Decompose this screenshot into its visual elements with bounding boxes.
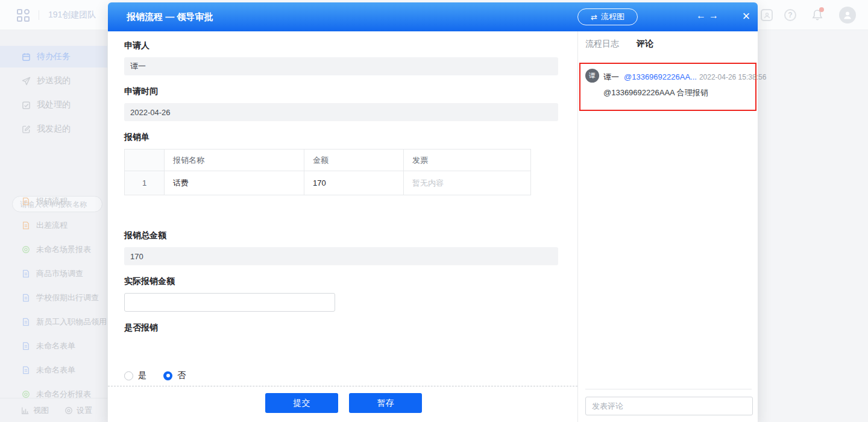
file-icon	[22, 366, 30, 374]
actual-amount-input[interactable]	[124, 293, 335, 312]
dialog-header: 报销流程 — 领导审批 ⇄ 流程图 ← → ×	[108, 2, 758, 31]
sidebar-form-item[interactable]: 新员工入职物品领用	[0, 310, 107, 334]
bill-col-name: 报销名称	[165, 150, 304, 171]
team-name: 191创建团队	[48, 10, 96, 20]
bar-chart-icon	[21, 406, 30, 415]
bill-cell-invoice: 暂无内容	[404, 171, 531, 195]
file-icon	[22, 294, 30, 302]
bill-table-label: 报销单	[124, 132, 149, 143]
radio-unchecked-icon	[124, 371, 133, 380]
prev-task-arrow-icon[interactable]: ←	[696, 10, 706, 21]
flowchart-button[interactable]: ⇄ 流程图	[577, 8, 638, 25]
sidebar-item-label: 未命名表单	[36, 365, 75, 376]
sidebar-item-cc[interactable]: 抄送我的	[0, 70, 107, 92]
settings-label: 设置	[77, 405, 92, 416]
reimburse-radio-group: 是 否	[124, 370, 186, 381]
comment-meta-row: 谭一 @13369692226AA... 2022-04-26 15:38:56	[603, 72, 754, 83]
bill-table-header-row: 报销名称 金额 发票	[125, 150, 531, 171]
sidebar-item-label: 我处理的	[37, 99, 71, 110]
help-icon[interactable]: ?	[784, 9, 796, 21]
apply-date-field: 2022-04-26	[124, 103, 558, 121]
bill-cell-index: 1	[125, 171, 165, 195]
sidebar-form-item[interactable]: 出差流程	[0, 213, 107, 238]
sidebar-item-todo[interactable]: 待办任务	[0, 46, 107, 68]
sidebar-form-item[interactable]: 未命名表单	[0, 358, 107, 382]
total-amount-field: 170	[124, 247, 558, 265]
sidebar-item-label: 未命名表单	[36, 341, 75, 351]
sidebar-footer: 视图 设置	[0, 398, 107, 422]
view-switcher[interactable]: 视图	[21, 405, 49, 416]
target-icon	[22, 245, 30, 254]
user-avatar[interactable]	[839, 7, 856, 24]
file-icon	[22, 269, 30, 278]
radio-no-label: 否	[177, 370, 186, 381]
footer-dashed-divider	[108, 386, 577, 386]
bill-col-amount: 金额	[304, 150, 404, 171]
contacts-icon[interactable]	[761, 9, 773, 21]
actual-amount-label: 实际报销金额	[124, 276, 175, 287]
comment-panel: 流程日志 评论 谭 谭一 @13369692226AA... 2022-04-2…	[577, 31, 758, 422]
bill-table: 报销名称 金额 发票 1 话费 170 暂无内容	[124, 149, 531, 195]
bill-col-invoice: 发票	[404, 150, 531, 171]
paper-plane-icon	[22, 77, 31, 86]
file-icon	[22, 342, 30, 350]
radio-option-yes[interactable]: 是	[124, 370, 146, 381]
sidebar-form-item[interactable]: 报销流程	[0, 189, 107, 213]
comment-author: 谭一	[603, 72, 619, 83]
sidebar-report-item[interactable]: 未命名场景报表	[0, 238, 107, 262]
comment-input[interactable]	[585, 397, 753, 415]
sidebar-item-label: 报销流程	[36, 196, 68, 207]
bill-table-row: 1 话费 170 暂无内容	[125, 171, 531, 195]
gear-icon	[64, 406, 73, 415]
header-divider	[39, 10, 39, 20]
sidebar: 待办任务 抄送我的 我处理的 我发起的 报销流程 出差流程 未命名场景报表 商品…	[0, 30, 107, 422]
app-grid-logo-icon[interactable]	[17, 9, 30, 22]
help-glyph: ?	[788, 11, 792, 19]
flowchart-button-label: 流程图	[601, 11, 624, 22]
comment-timestamp: 2022-04-26 15:38:56	[699, 73, 766, 81]
sidebar-form-item[interactable]: 商品市场调查	[0, 262, 107, 286]
edit-icon	[22, 125, 31, 134]
radio-yes-label: 是	[138, 370, 146, 381]
view-label: 视图	[33, 405, 49, 416]
sidebar-item-processed[interactable]: 我处理的	[0, 94, 107, 116]
applicant-label: 申请人	[124, 40, 149, 51]
sidebar-item-label: 学校假期出行调查	[36, 292, 99, 303]
sidebar-item-label: 商品市场调查	[36, 268, 83, 279]
sidebar-item-label: 待办任务	[37, 51, 71, 62]
target-icon	[22, 390, 30, 398]
bill-col-index	[125, 150, 165, 171]
apply-date-label: 申请时间	[124, 86, 158, 97]
next-task-arrow-icon[interactable]: →	[709, 10, 719, 21]
sidebar-item-label: 我发起的	[37, 124, 71, 134]
sidebar-form-item[interactable]: 未命名表单	[0, 334, 107, 358]
highlight-red-box	[579, 63, 756, 111]
bill-cell-name: 话费	[165, 171, 304, 195]
dialog-title: 报销流程 — 领导审批	[127, 11, 213, 23]
total-amount-label: 报销总金额	[124, 230, 166, 241]
flow-icon: ⇄	[591, 13, 597, 22]
comment-mention-link[interactable]: @13369692226AA...	[624, 72, 697, 81]
approval-dialog: 报销流程 — 领导审批 ⇄ 流程图 ← → × 申请人 谭一 申请时间 2022…	[108, 2, 758, 422]
radio-checked-icon	[163, 371, 172, 380]
comment-body: @13369692226AAA 合理报销	[603, 87, 708, 98]
sidebar-form-item[interactable]: 学校假期出行调查	[0, 286, 107, 310]
close-icon[interactable]: ×	[737, 7, 755, 25]
tab-process-log[interactable]: 流程日志	[585, 39, 619, 49]
sidebar-item-label: 抄送我的	[37, 75, 71, 86]
settings-button[interactable]: 设置	[64, 405, 92, 416]
sidebar-item-label: 未命名场景报表	[36, 244, 91, 255]
bill-cell-amount: 170	[304, 171, 404, 195]
file-icon	[22, 318, 30, 326]
sidebar-item-initiated[interactable]: 我发起的	[0, 118, 107, 140]
file-icon	[22, 221, 30, 230]
radio-option-no[interactable]: 否	[163, 370, 186, 381]
calendar-check-icon	[22, 101, 31, 110]
comment-input-divider	[585, 389, 752, 389]
comment-avatar: 谭	[585, 69, 599, 83]
sidebar-item-label: 出差流程	[36, 220, 68, 231]
save-draft-button[interactable]: 暂存	[349, 393, 422, 413]
tab-comments[interactable]: 评论	[637, 39, 653, 49]
file-icon	[22, 197, 30, 206]
submit-button[interactable]: 提交	[265, 393, 338, 413]
